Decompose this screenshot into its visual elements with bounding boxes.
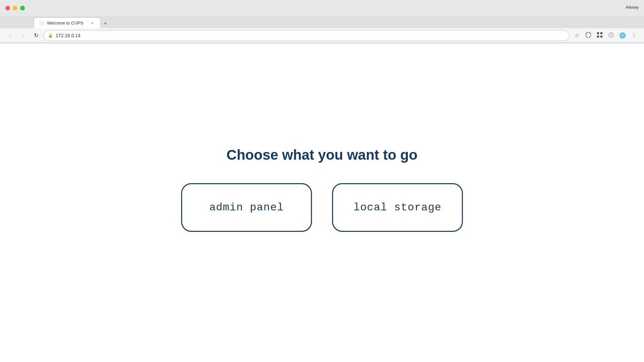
toolbar-actions: ☆ ⓘ 🌐 <box>572 31 639 40</box>
tab-title: Welcome to CUPS <box>47 20 87 25</box>
info-button[interactable]: ⓘ <box>606 31 616 40</box>
globe-button[interactable]: 🌐 <box>618 31 627 40</box>
minimize-window-button[interactable] <box>13 6 17 10</box>
toolbar: ‹ › ↻ 🔒 ☆ <box>0 28 644 43</box>
svg-rect-0 <box>597 32 599 34</box>
user-name: Alexey <box>626 5 639 10</box>
address-info-icon: 🔒 <box>48 33 53 38</box>
local-storage-button[interactable]: local storage <box>332 183 463 232</box>
title-bar: 📄 Welcome to CUPS × + Alexey <box>0 0 644 16</box>
admin-panel-button[interactable]: admin panel <box>181 183 312 232</box>
forward-button[interactable]: › <box>18 31 28 41</box>
back-icon: ‹ <box>9 33 11 39</box>
svg-rect-2 <box>597 36 599 38</box>
menu-button[interactable]: ⋮ <box>629 31 639 40</box>
maximize-window-button[interactable] <box>20 6 25 10</box>
new-tab-button[interactable]: + <box>101 19 110 28</box>
more-icon: ⋮ <box>631 32 637 39</box>
grid-icon <box>597 32 602 39</box>
window-controls <box>5 6 25 10</box>
tab-bar: 📄 Welcome to CUPS × + <box>0 16 644 28</box>
globe-icon: 🌐 <box>619 32 626 39</box>
address-input[interactable] <box>56 33 565 38</box>
shield-button[interactable] <box>584 31 593 40</box>
svg-rect-3 <box>600 36 602 38</box>
svg-rect-1 <box>600 32 602 34</box>
active-tab[interactable]: 📄 Welcome to CUPS × <box>34 17 101 28</box>
shield-icon <box>585 32 591 39</box>
info-icon: ⓘ <box>608 32 614 39</box>
page-content: Choose what you want to go admin panel l… <box>0 43 644 362</box>
reload-icon: ↻ <box>34 32 38 39</box>
reload-button[interactable]: ↻ <box>31 31 41 41</box>
tab-favicon: 📄 <box>39 21 44 25</box>
close-window-button[interactable] <box>5 6 10 10</box>
page-heading: Choose what you want to go <box>226 147 417 163</box>
buttons-row: admin panel local storage <box>181 183 463 232</box>
forward-icon: › <box>22 33 24 39</box>
browser-chrome: 📄 Welcome to CUPS × + Alexey ‹ › ↻ 🔒 ☆ <box>0 0 644 43</box>
bookmark-icon: ☆ <box>575 32 579 39</box>
bookmark-button[interactable]: ☆ <box>572 31 582 40</box>
tab-close-button[interactable]: × <box>90 20 95 26</box>
grid-button[interactable] <box>595 31 604 40</box>
back-button[interactable]: ‹ <box>5 31 15 41</box>
address-bar[interactable]: 🔒 <box>44 30 570 41</box>
